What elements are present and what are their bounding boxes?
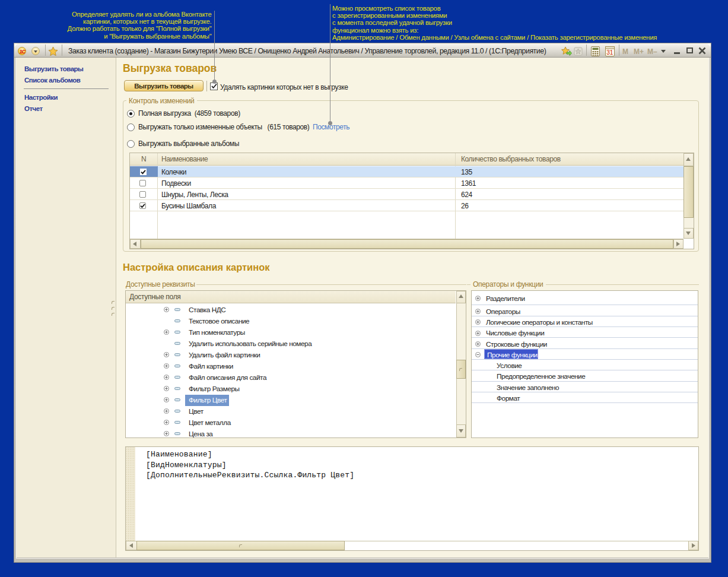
svg-text:31: 31 [606, 49, 613, 56]
